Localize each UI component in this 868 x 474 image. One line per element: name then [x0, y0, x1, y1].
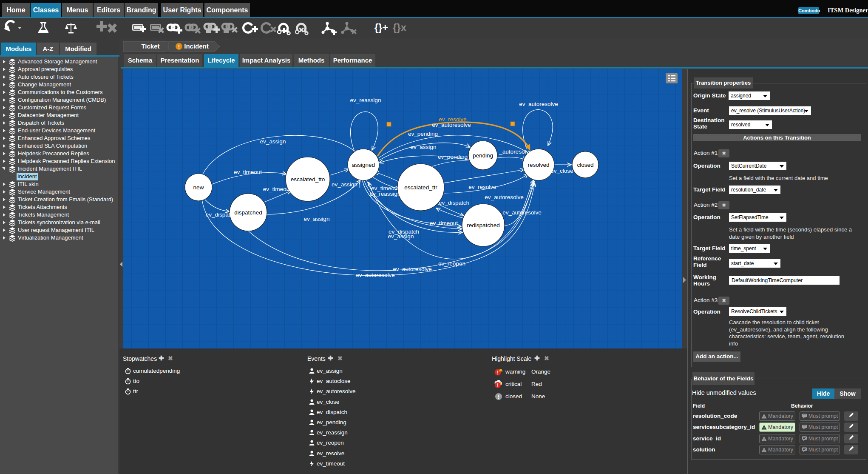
svg-text:assigned: assigned — [352, 162, 375, 168]
svg-text:ev_resolve: ev_resolve — [468, 184, 496, 190]
svg-text:ev_timeou: ev_timeou — [263, 186, 289, 192]
svg-text:ev_autoresolve: ev_autoresolve — [519, 101, 558, 107]
svg-text:ev_autoresolve: ev_autoresolve — [502, 209, 542, 216]
svg-text:ev_dispatc: ev_dispatc — [206, 211, 233, 218]
svg-text:ev_pending: ev_pending — [438, 154, 468, 160]
svg-text:ev_reassign: ev_reassign — [370, 191, 401, 197]
svg-text:!: ! — [178, 43, 180, 50]
svg-text:dispatched: dispatched — [234, 209, 262, 216]
svg-text:!: ! — [498, 394, 499, 400]
svg-text:ev_assign: ev_assign — [260, 138, 286, 145]
svg-text:ev_pending: ev_pending — [408, 131, 438, 137]
svg-text:!: ! — [763, 448, 765, 453]
svg-text:ev_autoresolve: ev_autoresolve — [356, 272, 395, 278]
svg-text:!: ! — [497, 370, 499, 376]
svg-text:ev_timeout: ev_timeout — [430, 220, 458, 226]
svg-text:ev_assign: ev_assign — [388, 233, 414, 240]
svg-text:redispatched: redispatched — [467, 222, 499, 228]
svg-text:Ticket: Ticket — [141, 43, 159, 50]
svg-text:ev_dispatch: ev_dispatch — [439, 200, 469, 206]
svg-text:escalated_ttr: escalated_ttr — [404, 184, 437, 191]
svg-text:new: new — [193, 184, 204, 191]
svg-text:ev_autoresolve: ev_autoresolve — [432, 122, 471, 128]
svg-text:closed: closed — [577, 162, 593, 168]
svg-text:resolved: resolved — [528, 162, 549, 168]
svg-text:!: ! — [763, 426, 765, 430]
svg-text:ev_assign: ev_assign — [304, 216, 330, 222]
svg-text:ev_reopen: ev_reopen — [438, 260, 465, 267]
svg-text:{}x: {}x — [393, 22, 407, 33]
svg-text:escalated_tto: escalated_tto — [291, 176, 325, 183]
svg-text:ev_reassign: ev_reassign — [350, 97, 381, 103]
svg-text:_autoresolve: _autoresolve — [499, 148, 532, 155]
svg-text:!: ! — [497, 383, 499, 388]
svg-text:ev_timeout: ev_timeout — [234, 169, 262, 175]
svg-text:Incident: Incident — [184, 43, 209, 50]
svg-text:!: ! — [763, 415, 765, 419]
svg-text:ev_assign: ev_assign — [411, 144, 437, 150]
svg-text:ev_assign |: ev_assign | — [332, 181, 360, 188]
svg-text:{}+: {}+ — [374, 22, 389, 33]
svg-text:ev_autoresolve: ev_autoresolve — [485, 194, 524, 200]
svg-text:pending: pending — [473, 152, 493, 159]
svg-text:ev_close: ev_close — [550, 168, 573, 174]
svg-text:!: ! — [763, 437, 765, 442]
svg-text:ev_autoresolve: ev_autoresolve — [393, 266, 432, 272]
